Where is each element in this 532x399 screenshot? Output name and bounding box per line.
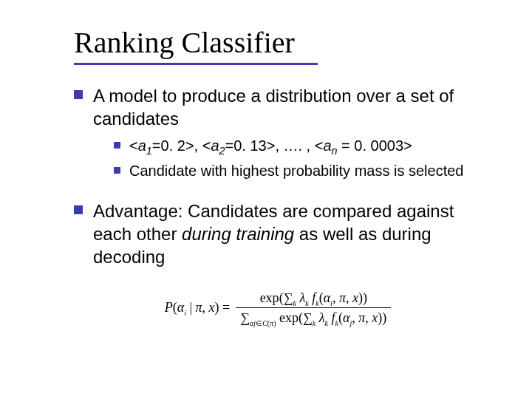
eq-sign: = [219, 300, 231, 315]
subscript: 2 [219, 145, 225, 157]
bullet-icon [74, 90, 83, 99]
sym-pi: π [196, 300, 202, 315]
sub-k: k [293, 299, 296, 307]
sym-x: x [209, 300, 215, 315]
sub-bullet-text: <a1=0. 2>, <a2=0. 13>, …. , <an = 0. 000… [129, 136, 482, 158]
comma: , [332, 290, 339, 305]
angle-open: < [129, 137, 138, 154]
sym-lambda: λ [319, 310, 325, 325]
sub-k: k [325, 319, 328, 327]
sep: , [275, 137, 283, 154]
sym-P: P [165, 300, 173, 315]
sym-pi: π [358, 310, 365, 325]
sym-bar: | [186, 300, 196, 315]
bullet-item: Advantage: Candidates are compared again… [74, 200, 482, 269]
sub-k: k [305, 299, 308, 307]
sep: , [194, 137, 202, 154]
comma: , [352, 310, 358, 325]
var-a: a [323, 137, 331, 154]
subscript: n [332, 145, 338, 157]
bullet-icon [114, 167, 120, 174]
title-region: Ranking Classifier [33, 25, 499, 60]
sym-exp: exp [260, 290, 279, 305]
bullet-icon [114, 142, 120, 149]
sym-C: C [262, 319, 267, 327]
sym-pi: π [339, 290, 346, 305]
sym-in: ∈ [256, 319, 262, 327]
sub-bullet-item: Candidate with highest probability mass … [114, 161, 482, 180]
sym-sum: ∑ [240, 310, 250, 325]
sym-alpha: α [324, 290, 330, 305]
angle-close: > [267, 137, 276, 154]
var-a: a [138, 137, 146, 154]
num-value: 0. 2 [161, 137, 185, 154]
sym-alpha: α [177, 300, 184, 315]
bullet-text: A model to produce a distribution over a… [93, 84, 482, 191]
sym-exp: exp [279, 310, 299, 325]
bullet-text: Advantage: Candidates are compared again… [93, 200, 482, 269]
slide-body: A model to produce a distribution over a… [33, 84, 499, 330]
slide: Ranking Classifier A model to produce a … [0, 0, 532, 399]
formula: P(αi | π, x) = exp(∑k λk fk(αi, π, x)) ∑… [163, 288, 393, 330]
sym-sum: ∑ [284, 290, 293, 305]
subscript: 1 [146, 145, 152, 157]
sub-bullet-item: <a1=0. 2>, <a2=0. 13>, …. , <an = 0. 000… [114, 136, 482, 158]
formula-lhs: P(αi | π, x) = [165, 290, 235, 328]
bullet-item: A model to produce a distribution over a… [74, 84, 482, 191]
bullet-text-span: A model to produce a distribution over a… [93, 86, 454, 129]
angle-open: < [315, 137, 324, 154]
bullet-icon [74, 205, 83, 214]
angle-close: > [185, 137, 194, 154]
title-underline [74, 63, 318, 65]
sub-k: k [313, 319, 316, 327]
paren-close: ) [273, 319, 276, 327]
formula-denominator: ∑αj∈C(π) exp(∑k λk fk(αj, π, x)) [236, 310, 391, 328]
sym-sum: ∑ [303, 310, 313, 325]
dots: …. , [284, 137, 311, 154]
var-a: a [211, 137, 219, 154]
paren-close: ) [363, 290, 367, 305]
formula-numerator: exp(∑k λk fk(αi, π, x)) [236, 290, 391, 309]
advantage-emph: during training [182, 224, 294, 244]
comma: , [346, 290, 352, 305]
sub-bullet-list: <a1=0. 2>, <a2=0. 13>, …. , <an = 0. 000… [93, 136, 482, 180]
formula-region: P(αi | π, x) = exp(∑k λk fk(αi, π, x)) ∑… [74, 288, 482, 330]
eq-sign: = [152, 137, 161, 154]
angle-open: < [202, 137, 211, 154]
slide-title: Ranking Classifier [74, 25, 499, 60]
num-value: 0. 13 [233, 137, 266, 154]
sum-sub: αj∈C(π) [250, 319, 276, 327]
eq-sign: = [338, 137, 355, 154]
angle-close: > [403, 137, 412, 154]
eq-sign: = [225, 137, 234, 154]
comma: , [202, 300, 209, 315]
paren-close: ) [382, 310, 386, 325]
comma: , [365, 310, 372, 325]
num-value: 0. 0003 [354, 137, 403, 154]
sub-bullet-text: Candidate with highest probability mass … [129, 161, 482, 180]
bullet-list: A model to produce a distribution over a… [74, 84, 482, 269]
sym-x: x [352, 290, 358, 305]
